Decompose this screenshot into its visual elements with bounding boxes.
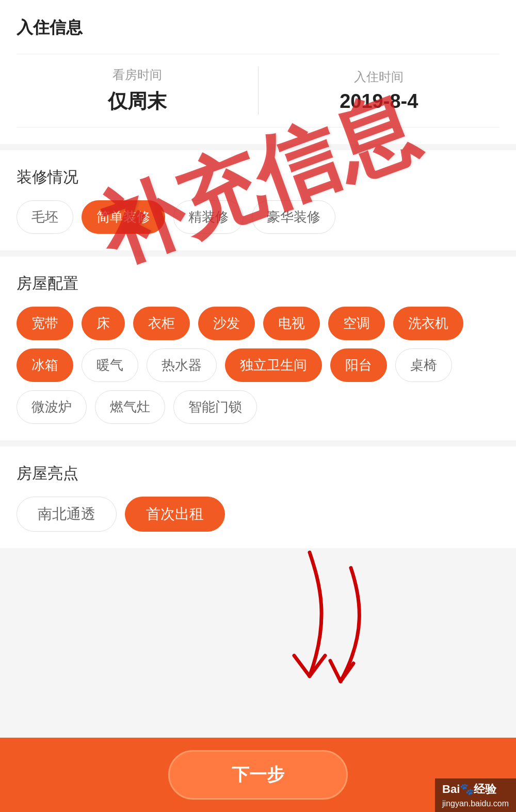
facilities-section: 房屋配置 宽带床衣柜沙发电视空调洗衣机冰箱暖气热水器独立卫生间阳台桌椅微波炉燃气…	[0, 257, 516, 440]
checkin-row: 看房时间 仅周末 入住时间 2019-8-4	[17, 54, 499, 128]
facility-tag[interactable]: 电视	[263, 307, 320, 340]
viewing-col: 看房时间 仅周末	[17, 67, 258, 115]
baidu-logo: Bai🐾经验	[442, 783, 496, 795]
next-button[interactable]: 下一步	[168, 750, 348, 800]
decoration-tag[interactable]: 精装修	[173, 200, 244, 234]
movein-col: 入住时间 2019-8-4	[258, 67, 500, 115]
facility-tag[interactable]: 独立卫生间	[225, 348, 322, 382]
page-wrapper: 入住信息 看房时间 仅周末 入住时间 2019-8-4 装修情况 毛坯简单装修精…	[0, 0, 516, 812]
facilities-tags: 宽带床衣柜沙发电视空调洗衣机冰箱暖气热水器独立卫生间阳台桌椅微波炉燃气灶智能门锁	[17, 307, 499, 424]
movein-label: 入住时间	[354, 69, 404, 85]
facility-tag[interactable]: 智能门锁	[173, 390, 257, 424]
highlight-tag[interactable]: 首次出租	[125, 497, 225, 532]
facility-tag[interactable]: 暖气	[82, 348, 138, 382]
facility-tag[interactable]: 冰箱	[17, 348, 73, 382]
facility-tag[interactable]: 衣柜	[133, 307, 190, 340]
facility-tag[interactable]: 燃气灶	[95, 390, 165, 424]
decoration-tag[interactable]: 毛坯	[17, 200, 73, 234]
facility-tag[interactable]: 空调	[328, 307, 385, 340]
facility-tag[interactable]: 热水器	[147, 348, 217, 382]
facility-tag[interactable]: 桌椅	[395, 348, 452, 382]
facilities-title: 房屋配置	[17, 273, 499, 294]
decoration-section: 装修情况 毛坯简单装修精装修豪华装修	[0, 150, 516, 250]
facility-tag[interactable]: 阳台	[330, 348, 387, 382]
viewing-value: 仅周末	[108, 88, 167, 115]
highlight-tag[interactable]: 南北通透	[17, 497, 117, 532]
viewing-label: 看房时间	[112, 67, 162, 83]
decoration-title: 装修情况	[17, 167, 499, 188]
checkin-section: 入住信息 看房时间 仅周末 入住时间 2019-8-4	[0, 0, 516, 144]
baidu-url: jingyan.baidu.com	[442, 799, 509, 808]
checkin-title: 入住信息	[17, 17, 499, 39]
highlights-section: 房屋亮点 南北通透首次出租	[0, 447, 516, 548]
facility-tag[interactable]: 微波炉	[17, 390, 87, 424]
decoration-tag[interactable]: 豪华装修	[252, 200, 335, 234]
facility-tag[interactable]: 洗衣机	[393, 307, 463, 340]
movein-value: 2019-8-4	[340, 90, 418, 113]
facility-tag[interactable]: 宽带	[17, 307, 73, 340]
facility-tag[interactable]: 沙发	[198, 307, 255, 340]
highlights-title: 房屋亮点	[17, 463, 499, 484]
decoration-tag[interactable]: 简单装修	[82, 200, 165, 234]
highlights-tags: 南北通透首次出租	[17, 497, 499, 532]
facility-tag[interactable]: 床	[82, 307, 125, 340]
baidu-watermark: Bai🐾经验 jingyan.baidu.com	[435, 778, 516, 812]
decoration-tags: 毛坯简单装修精装修豪华装修	[17, 200, 499, 234]
